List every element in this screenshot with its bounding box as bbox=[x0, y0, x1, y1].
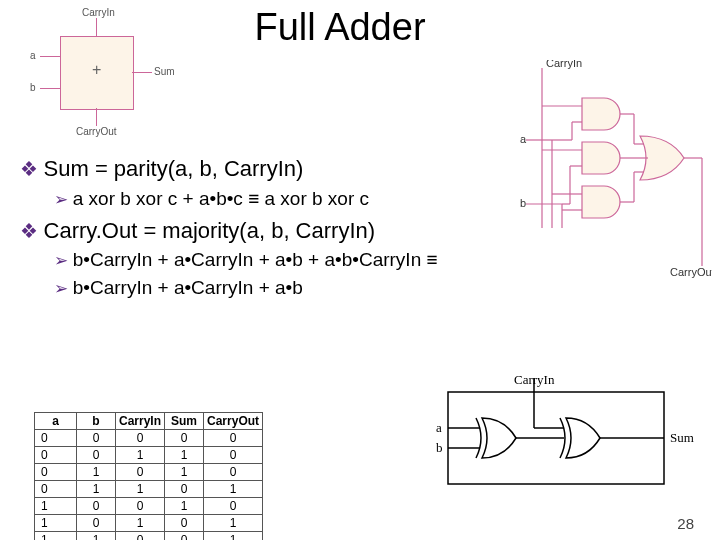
th: b bbox=[77, 413, 116, 430]
cell: 0 bbox=[77, 447, 116, 464]
slide: Full Adder + CarryIn a b Sum CarryOut Su… bbox=[0, 0, 720, 540]
cell: 1 bbox=[116, 447, 165, 464]
table-row: 11001 bbox=[35, 532, 263, 541]
bullet-cout: Carry.Out = majority(a, b, CarryIn) bbox=[20, 216, 520, 246]
cell: 0 bbox=[77, 515, 116, 532]
th: Sum bbox=[165, 413, 204, 430]
cell: 1 bbox=[35, 515, 77, 532]
cell: 0 bbox=[116, 532, 165, 541]
label-b: b bbox=[30, 82, 36, 93]
cell: 0 bbox=[35, 464, 77, 481]
label-carryin: CarryIn bbox=[546, 60, 582, 69]
th: a bbox=[35, 413, 77, 430]
cell: 1 bbox=[35, 498, 77, 515]
xor-sum-diagram: CarryIn a b Sum bbox=[418, 370, 678, 500]
cell: 0 bbox=[35, 430, 77, 447]
cell: 0 bbox=[116, 430, 165, 447]
label-a: a bbox=[436, 420, 442, 436]
cell: 1 bbox=[165, 464, 204, 481]
bullet-list: Sum = parity(a, b, CarryIn) a xor b xor … bbox=[20, 150, 520, 303]
page-title: Full Adder bbox=[180, 6, 500, 49]
cell: 0 bbox=[77, 498, 116, 515]
cell: 0 bbox=[35, 481, 77, 498]
label-carryin: CarryIn bbox=[82, 7, 115, 18]
bullet-cout-expr1: b•CarryIn + a•CarryIn + a•b + a•b•CarryI… bbox=[54, 247, 520, 273]
cell: 0 bbox=[165, 430, 204, 447]
bullet-cout-expr2: b•CarryIn + a•CarryIn + a•b bbox=[54, 275, 520, 301]
table-header-row: a b CarryIn Sum CarryOut bbox=[35, 413, 263, 430]
cell: 1 bbox=[77, 481, 116, 498]
table-row: 10101 bbox=[35, 515, 263, 532]
cell: 0 bbox=[165, 532, 204, 541]
cell: 1 bbox=[116, 515, 165, 532]
wire bbox=[96, 108, 97, 126]
table-row: 00000 bbox=[35, 430, 263, 447]
cell: 0 bbox=[165, 515, 204, 532]
wire bbox=[132, 72, 152, 73]
label-carryout: CarryOut bbox=[76, 126, 117, 137]
cell: 0 bbox=[116, 464, 165, 481]
gate-diagram: CarryIn a b CarryOut bbox=[520, 60, 712, 292]
cell: 0 bbox=[204, 447, 263, 464]
cell: 1 bbox=[204, 532, 263, 541]
label-a: a bbox=[520, 133, 527, 145]
cell: 0 bbox=[204, 498, 263, 515]
plus-icon: + bbox=[92, 61, 101, 79]
label-sum: Sum bbox=[670, 430, 694, 446]
label-carryout: CarryOut bbox=[670, 266, 712, 278]
bullet-sum: Sum = parity(a, b, CarryIn) bbox=[20, 154, 520, 184]
page-number: 28 bbox=[677, 515, 694, 532]
bullet-sum-expr: a xor b xor c + a•b•c ≡ a xor b xor c bbox=[54, 186, 520, 212]
wire bbox=[40, 88, 60, 89]
label-a: a bbox=[30, 50, 36, 61]
truth-table: a b CarryIn Sum CarryOut 000000011001010… bbox=[34, 412, 263, 540]
label-sum: Sum bbox=[154, 66, 175, 77]
cell: 1 bbox=[35, 532, 77, 541]
table-row: 01010 bbox=[35, 464, 263, 481]
cell: 1 bbox=[77, 464, 116, 481]
table-row: 00110 bbox=[35, 447, 263, 464]
th: CarryIn bbox=[116, 413, 165, 430]
cell: 0 bbox=[204, 464, 263, 481]
cell: 0 bbox=[116, 498, 165, 515]
th: CarryOut bbox=[204, 413, 263, 430]
label-carryin: CarryIn bbox=[514, 372, 554, 388]
wire bbox=[40, 56, 60, 57]
table-row: 01101 bbox=[35, 481, 263, 498]
cell: 1 bbox=[204, 481, 263, 498]
cell: 1 bbox=[77, 532, 116, 541]
label-b: b bbox=[520, 197, 526, 209]
cell: 0 bbox=[204, 430, 263, 447]
cell: 0 bbox=[77, 430, 116, 447]
wire bbox=[96, 18, 97, 36]
cell: 1 bbox=[165, 447, 204, 464]
adder-block-symbol: + CarryIn a b Sum CarryOut bbox=[20, 8, 180, 138]
label-b: b bbox=[436, 440, 443, 456]
cell: 0 bbox=[165, 481, 204, 498]
cell: 1 bbox=[204, 515, 263, 532]
cell: 0 bbox=[35, 447, 77, 464]
cell: 1 bbox=[116, 481, 165, 498]
cell: 1 bbox=[165, 498, 204, 515]
table-row: 10010 bbox=[35, 498, 263, 515]
